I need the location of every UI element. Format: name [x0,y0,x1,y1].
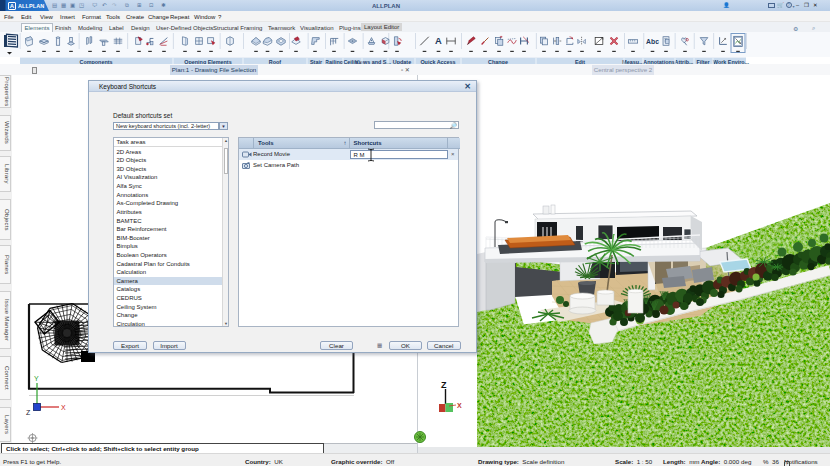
svg-text:Z: Z [26,409,31,416]
svg-text:Y: Y [34,375,39,382]
svg-text:Z: Z [441,380,447,390]
svg-text:A: A [435,36,442,46]
svg-text:X: X [457,402,462,409]
svg-text:Abc: Abc [646,38,659,45]
svg-text:X: X [61,404,66,411]
